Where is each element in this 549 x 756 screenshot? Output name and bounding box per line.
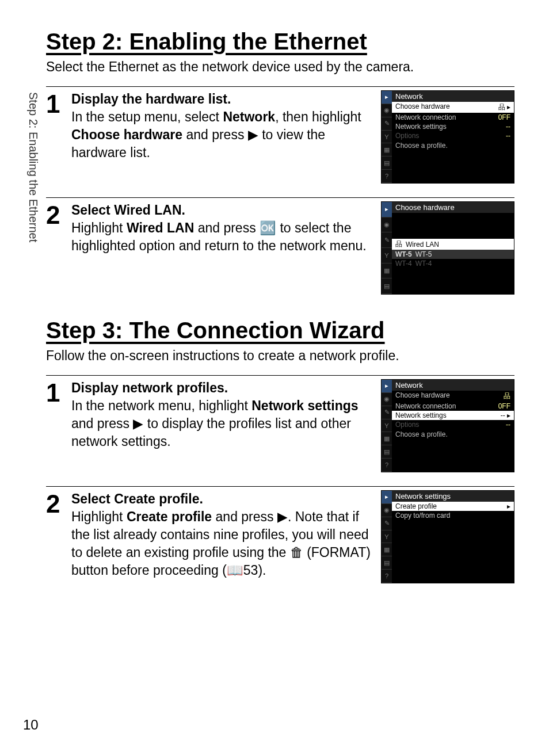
menu-row-options: Options-- (392, 131, 514, 140)
camera-screenshot-choose-hardware: ▸◉✎Y▦▤ Choose hardware 品Wired LAN WT-5 W… (381, 201, 514, 295)
menu-tabs: ▸◉✎Y▦▤ (382, 202, 392, 294)
tab-icon: ✎ (382, 517, 392, 530)
section3: Step 3: The Connection Wizard Follow the… (46, 318, 514, 583)
row-value: 0FF (498, 402, 510, 410)
option-prefix: WT-5 (395, 250, 412, 258)
step-body-mid: and press ▶ to display the profiles list… (71, 416, 351, 449)
section2-intro: Select the Ethernet as the network devic… (46, 59, 514, 75)
camera-screenshot-network: ▸◉✎Y▦▤? Network Choose hardware品 ▸ Netwo… (381, 90, 514, 184)
option-label: Wired LAN (406, 240, 439, 249)
tab-icon: ? (382, 459, 392, 472)
row-label: Options (395, 421, 419, 429)
option-prefix: WT-4 (395, 259, 412, 268)
row-label: Choose hardware (395, 102, 450, 112)
option-wt5: WT-5 WT-5 (392, 250, 514, 259)
step-2-1: 1 Display the hardware list. In the setu… (46, 86, 514, 184)
row-label: Network connection (395, 113, 456, 121)
menu-hint: Choose a profile. (392, 429, 514, 440)
camera-screenshot-create-profile: ▸◉✎Y▦▤? Network settings Create profile▸… (381, 490, 514, 583)
menu-tabs: ▸◉✎Y▦▤? (382, 491, 392, 583)
row-value: -- ▸ (501, 411, 510, 419)
row-value: 品 (504, 391, 510, 401)
menu-tabs: ▸◉✎Y▦▤? (382, 380, 392, 472)
tab-wrench-icon: Y (382, 131, 392, 144)
step-heading: Display network profiles. (71, 380, 228, 395)
row-label: Network settings (395, 411, 447, 419)
tab-icon: ◉ (382, 393, 392, 406)
step-text: Display the hardware list. In the setup … (71, 90, 371, 184)
step-number: 2 (46, 490, 71, 583)
menu-tabs: ▸◉✎Y▦▤? (382, 91, 392, 183)
menu-title: Network (392, 91, 514, 102)
menu-panel: Choose hardware 品Wired LAN WT-5 WT-5 WT-… (392, 202, 514, 294)
menu-panel: Network Choose hardware品 ▸ Network conne… (392, 91, 514, 183)
row-label: Choose hardware (395, 391, 450, 401)
tab-icon: ▤ (382, 556, 392, 570)
row-label: Create profile (395, 502, 437, 510)
section2-steps: 1 Display the hardware list. In the setu… (46, 86, 514, 295)
tab-camera-icon: ◉ (382, 104, 392, 117)
option-label: WT-4 (415, 259, 432, 268)
section3-steps: 1 Display network profiles. In the netwo… (46, 375, 514, 583)
tab-icon: ▸ (382, 380, 392, 393)
menu-row-create-profile: Create profile▸ (392, 502, 514, 511)
step-bold-1: Wired LAN (127, 220, 194, 235)
tab-icon: ▸ (382, 491, 392, 504)
step-body-mid: , then highlight (275, 109, 361, 124)
step-number: 1 (46, 379, 71, 472)
menu-row-network-settings: Network settings-- ▸ (392, 411, 514, 420)
menu-row: Choose hardware品 (392, 391, 514, 402)
tab-icon: Y (382, 248, 392, 264)
tab-icon: ▦ (382, 432, 392, 445)
step-body-pre: Highlight (71, 509, 127, 524)
tab-icon: Y (382, 530, 392, 544)
step-2-2: 2 Select Wired LAN. Highlight Wired LAN … (46, 197, 514, 295)
lan-icon: 品 (395, 239, 402, 249)
tab-icon: ▸ (382, 202, 392, 217)
tab-icon: ◉ (382, 217, 392, 233)
side-tab-label: Step 2: Enabling the Ethernet (26, 92, 40, 242)
tab-play-icon: ▸ (382, 91, 392, 104)
menu-title: Network (392, 380, 514, 391)
option-wired-lan: 品Wired LAN (392, 239, 514, 250)
menu-hint: Choose a profile. (392, 140, 514, 151)
step-text: Select Wired LAN. Highlight Wired LAN an… (71, 201, 371, 295)
tab-icon: ✎ (382, 232, 392, 248)
step-body-pre: Highlight (71, 220, 127, 235)
manual-page: Step 2: Enabling the Ethernet Step 2: En… (0, 0, 549, 756)
tab-icon: Y (382, 419, 392, 433)
camera-screenshot-network-settings-hl: ▸◉✎Y▦▤? Network Choose hardware品 Network… (381, 379, 514, 472)
section3-title: Step 3: The Connection Wizard (46, 318, 514, 343)
option-wt4: WT-4 WT-4 (392, 259, 514, 268)
menu-title: Choose hardware (392, 202, 514, 213)
menu-row-choose-hardware: Choose hardware品 ▸ (392, 102, 514, 113)
step-number: 2 (46, 201, 71, 295)
menu-panel: Network Choose hardware品 Network connect… (392, 380, 514, 472)
row-label: Copy to/from card (395, 511, 450, 520)
step-heading: Display the hardware list. (71, 91, 231, 106)
step-number: 1 (46, 90, 71, 184)
tab-icon: ? (382, 570, 392, 583)
row-label: Options (395, 132, 419, 140)
tab-icon: ✎ (382, 406, 392, 419)
tab-recent-icon: ▤ (382, 156, 392, 170)
step-body-pre: In the network menu, highlight (71, 398, 251, 413)
row-value: -- (506, 123, 510, 131)
tab-icon: ▤ (382, 278, 392, 294)
tab-help-icon: ? (382, 170, 392, 183)
menu-panel: Network settings Create profile▸ Copy to… (392, 491, 514, 583)
row-value: ▸ (507, 502, 510, 510)
row-value: -- (506, 421, 510, 429)
page-number: 10 (23, 717, 39, 733)
row-label: Network settings (395, 123, 447, 131)
step-bold-1: Create profile (127, 509, 212, 524)
row-label: Network connection (395, 402, 456, 410)
row-value: -- (506, 132, 510, 140)
step-3-1: 1 Display network profiles. In the netwo… (46, 375, 514, 472)
menu-row-network-connection: Network connection0FF (392, 113, 514, 122)
step-body-pre: In the setup menu, select (71, 109, 223, 124)
menu-title: Network settings (392, 491, 514, 502)
step-heading: Select Wired LAN. (71, 203, 185, 217)
tab-pencil-icon: ✎ (382, 117, 392, 131)
menu-row-network-settings: Network settings-- (392, 122, 514, 131)
